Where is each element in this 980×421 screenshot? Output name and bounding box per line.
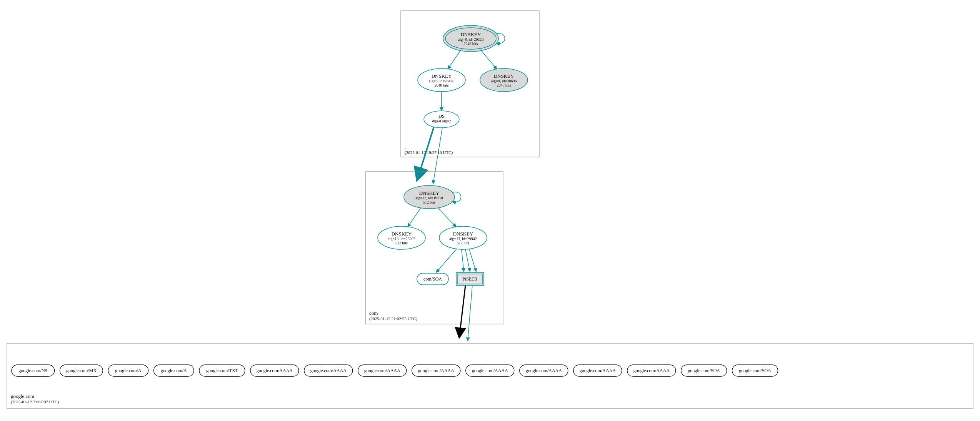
record-pill-label: google.com/AAAA bbox=[580, 368, 616, 373]
edge-root-ksk-zsk2 bbox=[481, 50, 497, 69]
node-com-zsk2: DNSKEY alg=13, id=29942 512 bits bbox=[439, 226, 487, 249]
svg-text:2048 bits: 2048 bits bbox=[435, 83, 449, 87]
svg-text:2048 bits: 2048 bits bbox=[464, 42, 478, 46]
node-com-ksk: DNSKEY alg=13, id=19718 512 bits bbox=[404, 185, 455, 209]
record-pill-label: google.com/A bbox=[161, 368, 187, 373]
record-pill-label: google.com/AAAA bbox=[526, 368, 562, 373]
node-root-zsk2: DNSKEY alg=8, id=38696 2048 bits bbox=[480, 68, 528, 92]
dnssec-diagram: . (2025-01-12 19:27:10 UTC) DNSKEY alg=8… bbox=[0, 0, 980, 421]
svg-text:alg=8, id=26470: alg=8, id=26470 bbox=[429, 79, 454, 83]
svg-text:alg=13, id=19718: alg=13, id=19718 bbox=[415, 196, 443, 200]
svg-text:DS: DS bbox=[438, 113, 445, 119]
zone-google: google.com (2025-01-12 21:07:07 UTC) goo… bbox=[7, 343, 973, 409]
google-records-row: google.com/NSgoogle.com/MXgoogle.com/Ago… bbox=[12, 365, 778, 376]
node-root-zsk1: DNSKEY alg=8, id=26470 2048 bits bbox=[418, 68, 465, 92]
zone-root-timestamp: (2025-01-12 19:27:10 UTC) bbox=[405, 150, 453, 155]
edge-com-nsec3-to-google bbox=[468, 286, 472, 341]
record-pill-label: google.com/SOA bbox=[739, 368, 771, 373]
svg-text:DNSKEY: DNSKEY bbox=[453, 231, 473, 237]
svg-text:digest alg=2: digest alg=2 bbox=[432, 119, 451, 123]
node-com-soa: com/SOA bbox=[417, 273, 448, 285]
svg-text:DNSKEY: DNSKEY bbox=[461, 32, 481, 37]
edge-root-ds-to-com-ksk bbox=[433, 128, 442, 184]
record-pill-label: google.com/TXT bbox=[206, 368, 238, 373]
edge-root-ksk-zsk1 bbox=[448, 50, 461, 69]
zone-root: . (2025-01-12 19:27:10 UTC) DNSKEY alg=8… bbox=[401, 11, 539, 157]
edge-com-ksk-zsk1 bbox=[408, 208, 421, 227]
zone-google-timestamp: (2025-01-12 21:07:07 UTC) bbox=[11, 399, 59, 404]
record-pill-label: google.com/AAAA bbox=[310, 368, 347, 373]
zone-root-name: . bbox=[405, 144, 406, 150]
edge-com-zsk2-nsec3-a bbox=[462, 249, 464, 272]
svg-text:512 bits: 512 bits bbox=[457, 241, 469, 245]
svg-text:512 bits: 512 bits bbox=[395, 241, 408, 245]
record-pill-label: google.com/AAAA bbox=[257, 368, 293, 373]
svg-text:DNSKEY: DNSKEY bbox=[432, 73, 452, 79]
record-pill-label: google.com/AAAA bbox=[472, 368, 508, 373]
record-pill-label: google.com/AAAA bbox=[633, 368, 670, 373]
node-com-nsec3: NSEC3 bbox=[456, 272, 484, 286]
node-root-ds: DS digest alg=2 bbox=[424, 111, 459, 128]
zone-google-name: google.com bbox=[11, 393, 34, 399]
node-com-zsk1: DNSKEY alg=13, id=23202 512 bits bbox=[378, 226, 425, 249]
record-pill-label: google.com/SOA bbox=[688, 368, 720, 373]
zone-com-timestamp: (2025-01-12 21:02:55 UTC) bbox=[369, 316, 418, 321]
zone-com-name: com bbox=[369, 310, 378, 316]
svg-text:NSEC3: NSEC3 bbox=[463, 276, 477, 282]
zone-com: com (2025-01-12 21:02:55 UTC) DNSKEY alg… bbox=[365, 172, 503, 324]
edge-com-to-google-black bbox=[459, 286, 465, 338]
record-pill-label: google.com/AAAA bbox=[418, 368, 455, 373]
svg-text:512 bits: 512 bits bbox=[423, 200, 435, 204]
record-pill-label: google.com/MX bbox=[66, 368, 97, 373]
svg-text:DNSKEY: DNSKEY bbox=[494, 73, 514, 79]
edge-com-zsk2-nsec3-b bbox=[465, 249, 470, 272]
edge-com-zsk2-soa bbox=[436, 249, 457, 272]
svg-text:alg=8, id=20326: alg=8, id=20326 bbox=[458, 37, 483, 42]
edge-com-ksk-zsk2 bbox=[438, 208, 456, 227]
svg-text:alg=13, id=23202: alg=13, id=23202 bbox=[388, 237, 415, 241]
svg-text:alg=8, id=38696: alg=8, id=38696 bbox=[491, 79, 517, 83]
node-root-ksk: DNSKEY alg=8, id=20326 2048 bits bbox=[443, 25, 498, 52]
record-pill-label: google.com/A bbox=[115, 368, 142, 373]
svg-text:alg=13, id=29942: alg=13, id=29942 bbox=[449, 237, 477, 241]
svg-text:2048 bits: 2048 bits bbox=[497, 83, 511, 87]
record-pill-label: google.com/AAAA bbox=[364, 368, 401, 373]
edge-com-zsk2-nsec3-c bbox=[469, 249, 476, 272]
svg-text:DNSKEY: DNSKEY bbox=[392, 231, 412, 237]
svg-text:DNSKEY: DNSKEY bbox=[419, 190, 440, 196]
svg-text:com/SOA: com/SOA bbox=[423, 276, 442, 282]
record-pill-label: google.com/NS bbox=[18, 368, 47, 373]
